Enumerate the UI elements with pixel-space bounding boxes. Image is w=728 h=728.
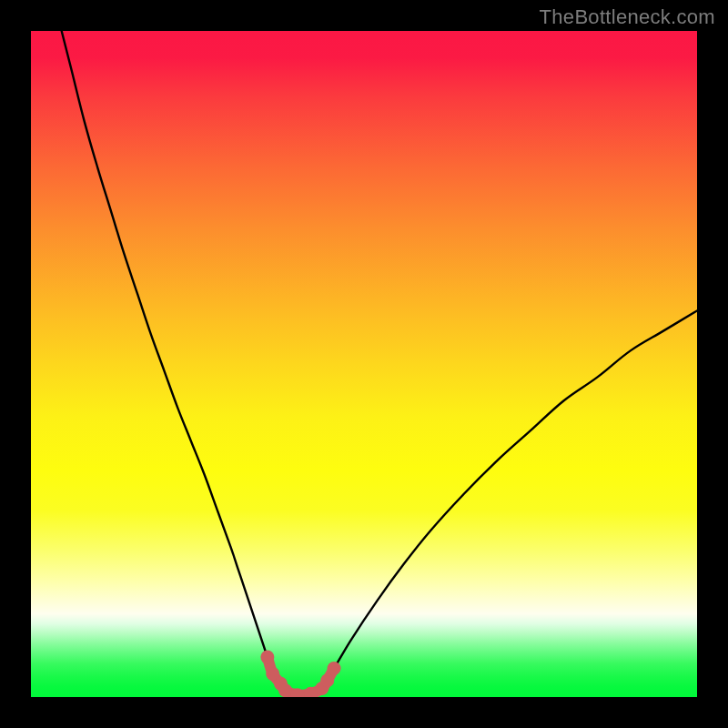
- bottleneck-curve: [62, 31, 697, 695]
- sweet-spot-highlight: [260, 651, 340, 697]
- chart-frame: TheBottleneck.com: [0, 0, 728, 728]
- plot-area: [31, 31, 697, 697]
- chart-svg: [31, 31, 697, 697]
- sweet-spot-dot: [260, 651, 274, 664]
- sweet-spot-dot: [320, 673, 334, 687]
- watermark-text: TheBottleneck.com: [540, 5, 715, 29]
- sweet-spot-dot: [278, 683, 292, 697]
- sweet-spot-dot: [328, 662, 341, 675]
